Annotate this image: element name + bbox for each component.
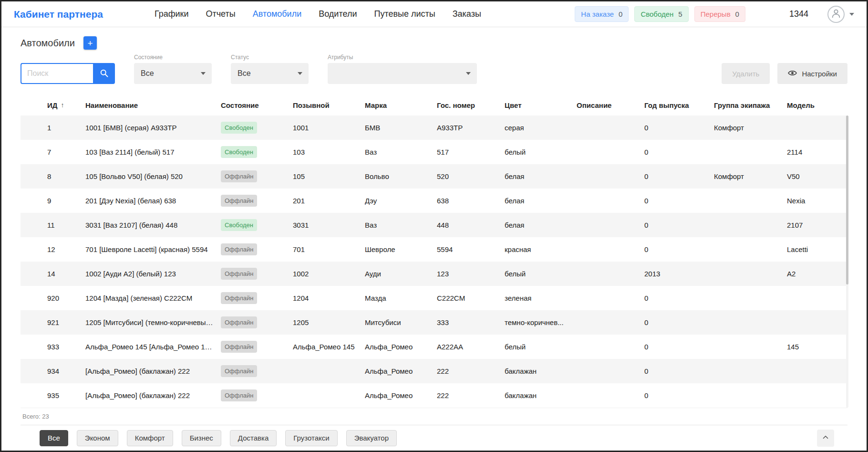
attributes-filter-select[interactable]: [328, 63, 477, 84]
cell-brand: Вольво: [365, 172, 437, 180]
state-filter-select[interactable]: Все: [134, 63, 212, 84]
table-row[interactable]: 8 105 [Вольво V50] (белая) 520 Оффлайн 1…: [21, 164, 847, 189]
column-header[interactable]: Группа экипажа: [714, 101, 787, 109]
nav-item[interactable]: Автомобили: [253, 9, 302, 19]
cell-state: Оффлайн: [221, 341, 293, 353]
table-row[interactable]: 12 701 [Шевроле Lacetti] (красная) 5594 …: [21, 237, 847, 262]
table-row[interactable]: 11 3031 [Ваз 2107] (белая) 448 Свободен …: [21, 213, 847, 237]
user-avatar[interactable]: [827, 6, 845, 23]
scrollbar-thumb[interactable]: [846, 116, 848, 284]
cell-callsign: 201: [293, 197, 365, 205]
cell-plate: 5594: [437, 245, 505, 253]
column-header-label: Наименование: [85, 101, 138, 109]
nav-item[interactable]: Водители: [319, 9, 357, 19]
column-header[interactable]: Модель: [787, 101, 847, 109]
cell-id: 1: [21, 124, 85, 132]
vehicles-table: ИД ↑ Наименование Состояние Позывной Мар…: [21, 95, 847, 408]
cell-name: [Альфа_Ромео] (баклажан) 222: [85, 367, 221, 375]
vehicle-class-chip[interactable]: Все: [40, 430, 68, 446]
brand-title[interactable]: Кабинет партнера: [14, 9, 103, 20]
cell-plate: A933TP: [437, 124, 505, 132]
column-header[interactable]: Состояние: [221, 101, 293, 109]
column-header-label: Год выпуска: [644, 101, 689, 109]
nav-item[interactable]: Путевые листы: [374, 9, 435, 19]
table-row[interactable]: 1 1001 [БМВ] (серая) A933TP Свободен 100…: [21, 116, 847, 140]
table-row[interactable]: 921 1205 [Митсубиси] (темно-коричневый) …: [21, 310, 847, 335]
search-input[interactable]: [21, 63, 93, 84]
cell-color: серая: [505, 124, 577, 132]
nav-item[interactable]: Графики: [155, 9, 189, 19]
table-scrollbar[interactable]: [846, 116, 848, 408]
vehicle-class-chip[interactable]: Грузотакси: [285, 430, 337, 446]
status-filter-select[interactable]: Все: [231, 63, 309, 84]
table-row[interactable]: 934 [Альфа_Ромео] (баклажан) 222 Оффлайн…: [21, 359, 847, 383]
status-chip-count: 5: [678, 10, 682, 18]
state-badge: Оффлайн: [221, 243, 257, 255]
state-badge: Оффлайн: [221, 292, 257, 304]
cell-brand: Ауди: [365, 270, 437, 278]
cell-brand: Альфа_Ромео: [365, 343, 437, 351]
cell-callsign: 105: [293, 172, 365, 180]
chevron-down-icon[interactable]: [849, 13, 854, 16]
column-header[interactable]: Цвет: [505, 101, 577, 109]
collapse-button[interactable]: [817, 430, 834, 447]
cell-year: 0: [644, 318, 714, 326]
search-button[interactable]: [93, 63, 115, 84]
cell-brand: Альфа_Ромео: [365, 367, 437, 375]
cell-year: 0: [644, 197, 714, 205]
nav-item[interactable]: Заказы: [453, 9, 481, 19]
table-row[interactable]: 9 201 [Дэу Nexia] (белая) 638 Оффлайн 20…: [21, 189, 847, 213]
main-nav: ГрафикиОтчетыАвтомобилиВодителиПутевые л…: [155, 9, 481, 19]
table-row[interactable]: 7 103 [Ваз 2114] (белый) 517 Свободен 10…: [21, 140, 847, 164]
column-header-label: ИД: [47, 101, 57, 109]
cell-crew-group: Комфорт: [714, 124, 787, 132]
cell-id: 933: [21, 343, 85, 351]
vehicle-class-chip[interactable]: Эконом: [77, 430, 118, 446]
cell-callsign: 103: [293, 148, 365, 156]
cell-state: Оффлайн: [221, 316, 293, 328]
settings-button-label: Настройки: [802, 70, 837, 78]
state-badge: Оффлайн: [221, 170, 257, 182]
cell-id: 921: [21, 318, 85, 326]
column-header[interactable]: Марка: [365, 101, 437, 109]
state-badge: Оффлайн: [221, 389, 257, 401]
cell-color: белый: [505, 343, 577, 351]
vehicle-class-chip[interactable]: Бизнес: [182, 430, 221, 446]
cell-plate: 222: [437, 391, 505, 399]
table-row[interactable]: 14 1002 [Ауди A2] (белый) 123 Оффлайн 10…: [21, 262, 847, 286]
table-row[interactable]: 935 [Альфа_Ромео] (баклажан) 222 Оффлайн…: [21, 383, 847, 408]
column-header[interactable]: Гос. номер: [437, 101, 505, 109]
cell-color: зеленая: [505, 294, 577, 302]
cell-color: баклажан: [505, 367, 577, 375]
cell-plate: 448: [437, 221, 505, 229]
state-badge: Оффлайн: [221, 195, 257, 207]
settings-button[interactable]: Настройки: [777, 63, 847, 84]
delete-button[interactable]: Удалить: [722, 63, 770, 84]
state-badge: Свободен: [221, 219, 257, 231]
column-header[interactable]: Год выпуска: [644, 101, 714, 109]
add-vehicle-button[interactable]: +: [83, 36, 97, 50]
nav-item[interactable]: Отчеты: [206, 9, 235, 19]
column-header[interactable]: ИД ↑: [21, 101, 85, 109]
status-chip-label: Свободен: [641, 10, 673, 18]
bottom-bar: ВсеЭкономКомфортБизнесДоставкаГрузотакси…: [21, 425, 847, 451]
sort-asc-icon: ↑: [61, 101, 64, 109]
vehicle-class-chip[interactable]: Доставка: [230, 430, 277, 446]
attributes-filter-group: Атрибуты: [328, 54, 477, 84]
column-header[interactable]: Описание: [577, 101, 644, 109]
cell-callsign: 1205: [293, 318, 365, 326]
driver-status-chip: Свободен 5: [634, 6, 688, 22]
vehicle-class-chip[interactable]: Эвакуатор: [346, 430, 397, 446]
driver-status-chip: На заказе 0: [575, 6, 629, 22]
vehicle-class-chip[interactable]: Комфорт: [127, 430, 173, 446]
column-header-label: Группа экипажа: [714, 101, 770, 109]
cell-model: 2114: [787, 148, 847, 156]
table-row[interactable]: 933 Альфа_Ромео 145 [Альфа_Ромео 145] (.…: [21, 335, 847, 359]
cell-brand: Ваз: [365, 221, 437, 229]
table-row[interactable]: 920 1204 [Мазда] (зеленая) C222CM Оффлай…: [21, 286, 847, 310]
column-header-label: Гос. номер: [437, 101, 475, 109]
status-chip-count: 0: [735, 10, 739, 18]
column-header[interactable]: Наименование: [85, 101, 221, 109]
column-header[interactable]: Позывной: [293, 101, 365, 109]
column-header-label: Состояние: [221, 101, 259, 109]
